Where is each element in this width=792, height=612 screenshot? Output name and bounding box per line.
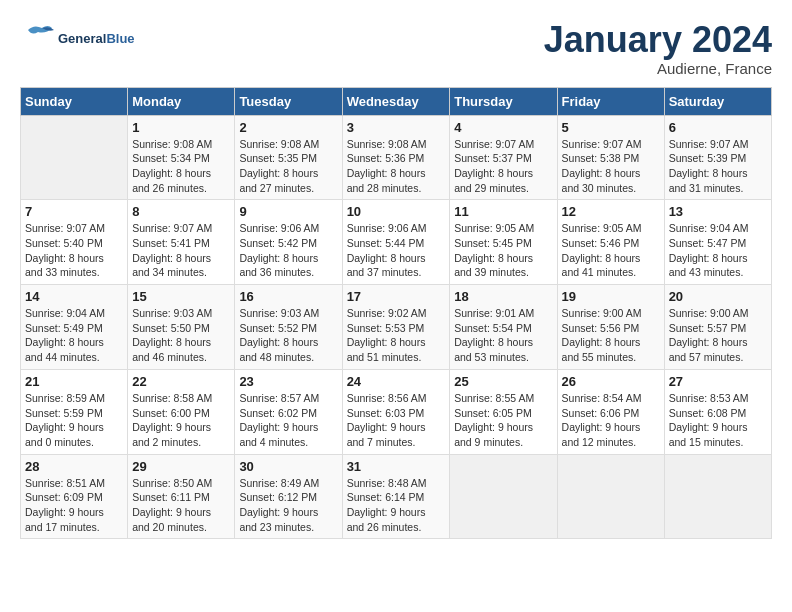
- day-info: Sunrise: 9:08 AMSunset: 5:35 PMDaylight:…: [239, 137, 337, 196]
- calendar-cell: 31Sunrise: 8:48 AMSunset: 6:14 PMDayligh…: [342, 454, 450, 539]
- title-block: January 2024 Audierne, France: [544, 20, 772, 77]
- day-info: Sunrise: 9:06 AMSunset: 5:44 PMDaylight:…: [347, 221, 446, 280]
- day-info: Sunrise: 9:03 AMSunset: 5:52 PMDaylight:…: [239, 306, 337, 365]
- day-number: 12: [562, 204, 660, 219]
- page-header: GeneralBlue January 2024 Audierne, Franc…: [20, 20, 772, 77]
- calendar-cell: 8Sunrise: 9:07 AMSunset: 5:41 PMDaylight…: [128, 200, 235, 285]
- day-info: Sunrise: 9:04 AMSunset: 5:47 PMDaylight:…: [669, 221, 767, 280]
- weekday-header-cell: Thursday: [450, 87, 557, 115]
- logo-text: GeneralBlue: [58, 31, 135, 46]
- calendar-cell: [557, 454, 664, 539]
- day-number: 30: [239, 459, 337, 474]
- day-info: Sunrise: 9:00 AMSunset: 5:57 PMDaylight:…: [669, 306, 767, 365]
- day-info: Sunrise: 9:07 AMSunset: 5:40 PMDaylight:…: [25, 221, 123, 280]
- day-info: Sunrise: 9:00 AMSunset: 5:56 PMDaylight:…: [562, 306, 660, 365]
- day-info: Sunrise: 9:07 AMSunset: 5:38 PMDaylight:…: [562, 137, 660, 196]
- day-number: 7: [25, 204, 123, 219]
- day-number: 23: [239, 374, 337, 389]
- calendar-cell: 18Sunrise: 9:01 AMSunset: 5:54 PMDayligh…: [450, 285, 557, 370]
- calendar-cell: 7Sunrise: 9:07 AMSunset: 5:40 PMDaylight…: [21, 200, 128, 285]
- day-info: Sunrise: 9:07 AMSunset: 5:39 PMDaylight:…: [669, 137, 767, 196]
- day-info: Sunrise: 8:59 AMSunset: 5:59 PMDaylight:…: [25, 391, 123, 450]
- calendar-cell: 11Sunrise: 9:05 AMSunset: 5:45 PMDayligh…: [450, 200, 557, 285]
- calendar-cell: 17Sunrise: 9:02 AMSunset: 5:53 PMDayligh…: [342, 285, 450, 370]
- day-info: Sunrise: 9:07 AMSunset: 5:37 PMDaylight:…: [454, 137, 552, 196]
- day-info: Sunrise: 8:53 AMSunset: 6:08 PMDaylight:…: [669, 391, 767, 450]
- day-info: Sunrise: 8:57 AMSunset: 6:02 PMDaylight:…: [239, 391, 337, 450]
- svg-rect-0: [20, 20, 56, 56]
- day-number: 28: [25, 459, 123, 474]
- weekday-header-cell: Sunday: [21, 87, 128, 115]
- day-number: 29: [132, 459, 230, 474]
- day-number: 21: [25, 374, 123, 389]
- day-info: Sunrise: 9:08 AMSunset: 5:36 PMDaylight:…: [347, 137, 446, 196]
- day-info: Sunrise: 9:06 AMSunset: 5:42 PMDaylight:…: [239, 221, 337, 280]
- calendar-cell: 15Sunrise: 9:03 AMSunset: 5:50 PMDayligh…: [128, 285, 235, 370]
- weekday-header-cell: Monday: [128, 87, 235, 115]
- calendar-body: 1Sunrise: 9:08 AMSunset: 5:34 PMDaylight…: [21, 115, 772, 539]
- day-number: 16: [239, 289, 337, 304]
- calendar-cell: [21, 115, 128, 200]
- day-info: Sunrise: 8:48 AMSunset: 6:14 PMDaylight:…: [347, 476, 446, 535]
- calendar-cell: [664, 454, 771, 539]
- day-number: 14: [25, 289, 123, 304]
- day-info: Sunrise: 9:04 AMSunset: 5:49 PMDaylight:…: [25, 306, 123, 365]
- day-info: Sunrise: 8:54 AMSunset: 6:06 PMDaylight:…: [562, 391, 660, 450]
- day-info: Sunrise: 8:56 AMSunset: 6:03 PMDaylight:…: [347, 391, 446, 450]
- calendar-table: SundayMondayTuesdayWednesdayThursdayFrid…: [20, 87, 772, 540]
- calendar-cell: 30Sunrise: 8:49 AMSunset: 6:12 PMDayligh…: [235, 454, 342, 539]
- day-info: Sunrise: 9:08 AMSunset: 5:34 PMDaylight:…: [132, 137, 230, 196]
- day-number: 2: [239, 120, 337, 135]
- day-number: 26: [562, 374, 660, 389]
- day-info: Sunrise: 9:07 AMSunset: 5:41 PMDaylight:…: [132, 221, 230, 280]
- calendar-cell: 23Sunrise: 8:57 AMSunset: 6:02 PMDayligh…: [235, 369, 342, 454]
- calendar-cell: 6Sunrise: 9:07 AMSunset: 5:39 PMDaylight…: [664, 115, 771, 200]
- calendar-cell: 24Sunrise: 8:56 AMSunset: 6:03 PMDayligh…: [342, 369, 450, 454]
- calendar-week-row: 28Sunrise: 8:51 AMSunset: 6:09 PMDayligh…: [21, 454, 772, 539]
- day-number: 27: [669, 374, 767, 389]
- calendar-cell: 10Sunrise: 9:06 AMSunset: 5:44 PMDayligh…: [342, 200, 450, 285]
- month-title: January 2024: [544, 20, 772, 60]
- calendar-cell: 13Sunrise: 9:04 AMSunset: 5:47 PMDayligh…: [664, 200, 771, 285]
- calendar-cell: 4Sunrise: 9:07 AMSunset: 5:37 PMDaylight…: [450, 115, 557, 200]
- day-info: Sunrise: 9:03 AMSunset: 5:50 PMDaylight:…: [132, 306, 230, 365]
- day-number: 8: [132, 204, 230, 219]
- day-info: Sunrise: 9:01 AMSunset: 5:54 PMDaylight:…: [454, 306, 552, 365]
- day-info: Sunrise: 9:05 AMSunset: 5:46 PMDaylight:…: [562, 221, 660, 280]
- day-info: Sunrise: 8:50 AMSunset: 6:11 PMDaylight:…: [132, 476, 230, 535]
- calendar-cell: 20Sunrise: 9:00 AMSunset: 5:57 PMDayligh…: [664, 285, 771, 370]
- calendar-cell: 9Sunrise: 9:06 AMSunset: 5:42 PMDaylight…: [235, 200, 342, 285]
- calendar-cell: 3Sunrise: 9:08 AMSunset: 5:36 PMDaylight…: [342, 115, 450, 200]
- day-number: 31: [347, 459, 446, 474]
- day-number: 15: [132, 289, 230, 304]
- logo: GeneralBlue: [20, 20, 135, 56]
- calendar-week-row: 1Sunrise: 9:08 AMSunset: 5:34 PMDaylight…: [21, 115, 772, 200]
- day-info: Sunrise: 9:05 AMSunset: 5:45 PMDaylight:…: [454, 221, 552, 280]
- calendar-week-row: 7Sunrise: 9:07 AMSunset: 5:40 PMDaylight…: [21, 200, 772, 285]
- day-number: 1: [132, 120, 230, 135]
- calendar-cell: 5Sunrise: 9:07 AMSunset: 5:38 PMDaylight…: [557, 115, 664, 200]
- day-number: 17: [347, 289, 446, 304]
- day-info: Sunrise: 8:49 AMSunset: 6:12 PMDaylight:…: [239, 476, 337, 535]
- day-info: Sunrise: 8:51 AMSunset: 6:09 PMDaylight:…: [25, 476, 123, 535]
- calendar-cell: 21Sunrise: 8:59 AMSunset: 5:59 PMDayligh…: [21, 369, 128, 454]
- day-number: 9: [239, 204, 337, 219]
- calendar-cell: 26Sunrise: 8:54 AMSunset: 6:06 PMDayligh…: [557, 369, 664, 454]
- day-number: 13: [669, 204, 767, 219]
- day-number: 11: [454, 204, 552, 219]
- weekday-header-cell: Saturday: [664, 87, 771, 115]
- calendar-cell: 27Sunrise: 8:53 AMSunset: 6:08 PMDayligh…: [664, 369, 771, 454]
- calendar-cell: 28Sunrise: 8:51 AMSunset: 6:09 PMDayligh…: [21, 454, 128, 539]
- day-number: 6: [669, 120, 767, 135]
- weekday-header-cell: Wednesday: [342, 87, 450, 115]
- day-number: 4: [454, 120, 552, 135]
- day-number: 20: [669, 289, 767, 304]
- day-number: 24: [347, 374, 446, 389]
- calendar-cell: [450, 454, 557, 539]
- calendar-cell: 16Sunrise: 9:03 AMSunset: 5:52 PMDayligh…: [235, 285, 342, 370]
- weekday-header-row: SundayMondayTuesdayWednesdayThursdayFrid…: [21, 87, 772, 115]
- calendar-week-row: 21Sunrise: 8:59 AMSunset: 5:59 PMDayligh…: [21, 369, 772, 454]
- day-number: 22: [132, 374, 230, 389]
- calendar-cell: 29Sunrise: 8:50 AMSunset: 6:11 PMDayligh…: [128, 454, 235, 539]
- calendar-cell: 2Sunrise: 9:08 AMSunset: 5:35 PMDaylight…: [235, 115, 342, 200]
